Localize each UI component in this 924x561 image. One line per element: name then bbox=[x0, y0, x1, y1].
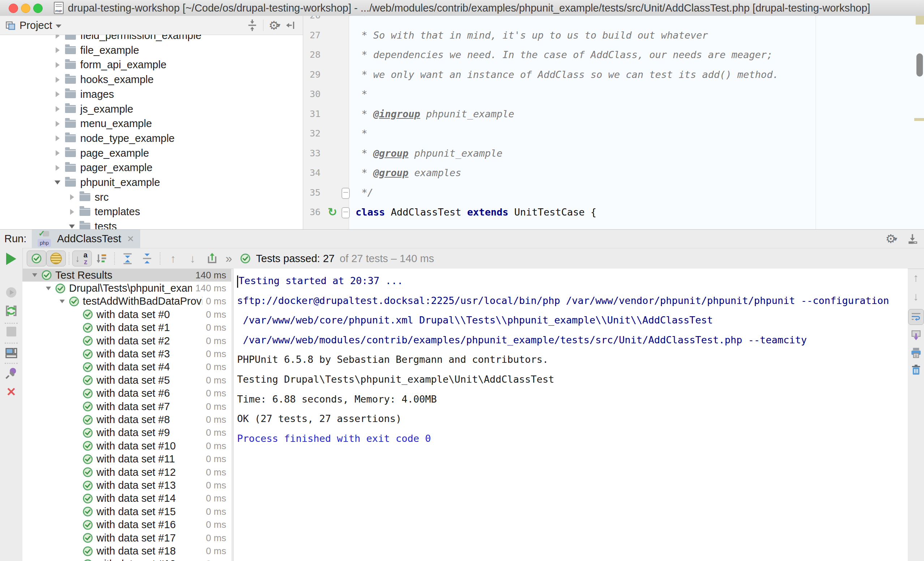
run-tab-addclasstest[interactable]: ✓php AddClassTest ✕ bbox=[32, 230, 140, 248]
chevron-collapsed-icon[interactable] bbox=[54, 62, 62, 68]
editor-line[interactable]: 30 * bbox=[303, 84, 924, 104]
code-line[interactable]: * bbox=[349, 16, 368, 25]
project-tree-item[interactable]: js_example bbox=[0, 102, 303, 117]
chevron-expanded-icon[interactable] bbox=[54, 181, 62, 184]
titlebar[interactable]: PHP drupal-testing-workshop [~/Code/os/d… bbox=[0, 0, 924, 16]
code-line[interactable]: * bbox=[349, 84, 368, 104]
scroll-to-end-button[interactable] bbox=[908, 329, 924, 341]
project-tree-item[interactable]: hooks_example bbox=[0, 72, 303, 87]
editor-line[interactable]: 26 * bbox=[303, 16, 924, 25]
project-tree-item[interactable]: form_api_example bbox=[0, 57, 303, 72]
code-editor[interactable]: 26 *27 * So with that in mind, it's up t… bbox=[303, 16, 924, 229]
test-tree-row[interactable]: with data set #170 ms bbox=[22, 531, 231, 545]
chevron-collapsed-icon[interactable] bbox=[54, 135, 62, 141]
chevron-collapsed-icon[interactable] bbox=[54, 47, 62, 53]
close-run-panel-button[interactable]: ✕ bbox=[0, 386, 22, 398]
test-tree-row[interactable]: with data set #10 ms bbox=[22, 321, 231, 334]
test-tree-row[interactable]: with data set #150 ms bbox=[22, 505, 231, 518]
chevron-collapsed-icon[interactable] bbox=[54, 77, 62, 83]
fold-marker-icon[interactable] bbox=[342, 188, 350, 199]
test-tree-row[interactable]: with data set #70 ms bbox=[22, 400, 231, 413]
chevron-collapsed-icon[interactable] bbox=[68, 194, 76, 200]
editor-line[interactable]: 31 * @ingroup phpunit_example bbox=[303, 104, 924, 124]
chevron-collapsed-icon[interactable] bbox=[54, 106, 62, 112]
hide-panel-icon[interactable] bbox=[285, 20, 296, 31]
code-line[interactable]: * So with that in mind, it's up to us to… bbox=[349, 25, 708, 45]
close-tab-icon[interactable]: ✕ bbox=[127, 234, 134, 244]
project-tree-item[interactable]: menu_example bbox=[0, 116, 303, 131]
test-tree-row[interactable]: with data set #50 ms bbox=[22, 374, 231, 387]
stop-button[interactable] bbox=[0, 327, 22, 337]
run-settings-button[interactable]: ⚙▾ bbox=[885, 233, 897, 245]
chevron-expanded-icon[interactable] bbox=[68, 224, 76, 229]
chevron-collapsed-icon[interactable] bbox=[68, 209, 76, 215]
run-console[interactable]: Testing started at 20:37 ...sftp://docke… bbox=[233, 269, 908, 561]
print-button[interactable] bbox=[908, 347, 924, 359]
previous-failed-test-button[interactable]: ↑ bbox=[164, 251, 183, 266]
project-settings-button[interactable]: ⚙▾ bbox=[268, 19, 280, 31]
test-tree-row[interactable]: with data set #130 ms bbox=[22, 479, 231, 492]
project-tree-item[interactable]: page_example bbox=[0, 146, 303, 161]
project-tree-item[interactable]: file_example bbox=[0, 43, 303, 58]
error-stripe-marker[interactable] bbox=[916, 16, 924, 25]
rerun-tests-button[interactable] bbox=[0, 253, 22, 265]
editor-scrollbar[interactable] bbox=[916, 54, 923, 76]
import-export-results-button[interactable] bbox=[202, 251, 222, 266]
fold-marker-icon[interactable] bbox=[342, 207, 350, 218]
test-tree-row[interactable]: with data set #60 ms bbox=[22, 387, 231, 400]
code-line[interactable]: * @ingroup phpunit_example bbox=[349, 104, 514, 124]
rerun-failed-tests-button[interactable] bbox=[0, 286, 22, 299]
test-tree-row[interactable]: with data set #120 ms bbox=[22, 466, 231, 479]
editor-line[interactable]: 35 */ bbox=[303, 183, 924, 203]
restore-layout-button[interactable] bbox=[0, 346, 22, 360]
test-tree-row[interactable]: with data set #00 ms bbox=[22, 308, 231, 321]
editor-line[interactable]: 29 * we only want an instance of AddClas… bbox=[303, 65, 924, 85]
code-line[interactable]: * we only want an instance of AddClass s… bbox=[349, 65, 778, 85]
soft-wrap-button[interactable] bbox=[908, 309, 924, 325]
run-test-gutter-icon[interactable]: ↻ bbox=[328, 202, 337, 222]
chevron-expanded-icon[interactable] bbox=[44, 287, 53, 290]
code-line[interactable]: * @group phpunit_example bbox=[349, 144, 502, 163]
project-tree-item[interactable]: pager_example bbox=[0, 160, 303, 175]
test-tree-row[interactable]: with data set #90 ms bbox=[22, 426, 231, 439]
project-panel-header[interactable]: Project ⚙▾ bbox=[0, 16, 303, 35]
code-line[interactable]: class AddClassTest extends UnitTestCase … bbox=[349, 202, 597, 222]
test-tree-row[interactable]: with data set #100 ms bbox=[22, 439, 231, 452]
project-tree-item[interactable]: tests bbox=[0, 219, 303, 229]
test-tree-row[interactable]: testAddWithBadDataProvider0 ms bbox=[22, 295, 231, 308]
project-tree-item[interactable]: node_type_example bbox=[0, 131, 303, 146]
editor-line[interactable]: 34 * @group examples bbox=[303, 163, 924, 183]
test-tree-row[interactable]: Test Results140 ms bbox=[22, 269, 231, 281]
editor-line[interactable]: 27 * So with that in mind, it's up to us… bbox=[303, 25, 924, 45]
chevron-collapsed-icon[interactable] bbox=[54, 150, 62, 156]
editor-line[interactable]: 28 * dependencies we need. In the case o… bbox=[303, 45, 924, 65]
scroll-from-source-icon[interactable] bbox=[246, 19, 258, 31]
project-tree-item[interactable]: field_permission_example bbox=[0, 34, 303, 43]
code-line[interactable]: * dependencies we need. In the case of A… bbox=[349, 45, 772, 65]
code-line[interactable]: * bbox=[349, 124, 368, 144]
scroll-down-button[interactable]: ↓ bbox=[908, 291, 924, 302]
collapse-all-button[interactable] bbox=[137, 251, 157, 266]
more-options-chevron[interactable]: » bbox=[225, 251, 232, 265]
project-tree-item[interactable]: images bbox=[0, 87, 303, 102]
test-tree-row[interactable]: Drupal\Tests\phpunit_examp140 ms bbox=[22, 281, 231, 295]
dock-panel-icon[interactable] bbox=[907, 233, 918, 245]
test-tree-row[interactable]: with data set #30 ms bbox=[22, 347, 231, 360]
test-tree-row[interactable]: with data set #80 ms bbox=[22, 413, 231, 426]
toggle-auto-test-button[interactable] bbox=[0, 304, 22, 318]
editor-line[interactable]: 32 * bbox=[303, 124, 924, 144]
test-tree-row[interactable]: with data set #180 ms bbox=[22, 545, 231, 557]
chevron-collapsed-icon[interactable] bbox=[54, 165, 62, 171]
next-failed-test-button[interactable]: ↓ bbox=[183, 251, 202, 266]
code-line[interactable]: */ bbox=[349, 183, 373, 203]
test-tree-row[interactable]: with data set #190 ms bbox=[22, 558, 231, 561]
test-tree-row[interactable]: with data set #40 ms bbox=[22, 361, 231, 374]
test-tree-row[interactable]: with data set #20 ms bbox=[22, 334, 231, 347]
editor-line[interactable]: 36↻class AddClassTest extends UnitTestCa… bbox=[303, 202, 924, 222]
chevron-expanded-icon[interactable] bbox=[30, 273, 39, 277]
test-tree-row[interactable]: with data set #140 ms bbox=[22, 492, 231, 505]
code-line[interactable]: * @group examples bbox=[349, 163, 462, 183]
project-tree-item[interactable]: src bbox=[0, 190, 303, 205]
chevron-expanded-icon[interactable] bbox=[58, 300, 66, 303]
sort-by-duration-button[interactable] bbox=[92, 251, 111, 266]
